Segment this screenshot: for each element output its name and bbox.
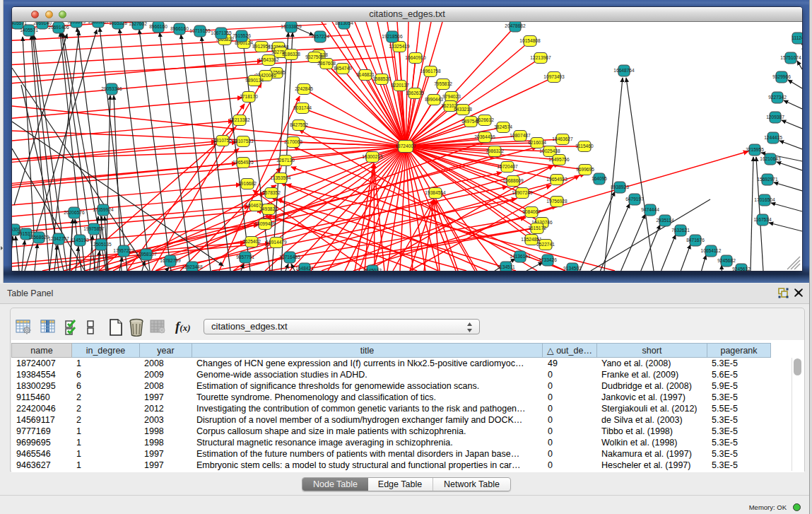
svg-text:9245612: 9245612	[732, 267, 751, 271]
svg-text:10653287: 10653287	[88, 22, 109, 24]
svg-text:10154808: 10154808	[519, 38, 541, 43]
svg-text:18463627: 18463627	[552, 136, 573, 141]
svg-text:9794023: 9794023	[442, 94, 461, 99]
svg-text:20364436: 20364436	[474, 134, 495, 139]
svg-text:9245012: 9245012	[363, 268, 382, 271]
svg-text:164095: 164095	[592, 176, 607, 181]
svg-text:2522741: 2522741	[536, 242, 555, 247]
svg-text:10973493: 10973493	[543, 74, 565, 79]
svg-text:19218506: 19218506	[382, 34, 403, 39]
svg-text:1065328: 1065328	[109, 22, 127, 25]
svg-text:13325419: 13325419	[389, 44, 410, 49]
svg-text:8813054: 8813054	[335, 22, 353, 25]
svg-text:8031744: 8031744	[293, 105, 312, 110]
svg-text:8966160: 8966160	[149, 24, 167, 29]
svg-text:19654925: 19654925	[233, 160, 254, 165]
svg-text:9084067: 9084067	[522, 209, 541, 214]
svg-text:3215955: 3215955	[746, 147, 764, 152]
svg-text:12923448: 12923448	[182, 264, 203, 269]
svg-text:20478682: 20478682	[505, 23, 526, 28]
svg-text:8220137: 8220137	[391, 83, 409, 88]
svg-text:9245682: 9245682	[717, 258, 736, 263]
svg-text:7986322: 7986322	[486, 148, 504, 153]
svg-text:10688609: 10688609	[502, 178, 524, 183]
svg-text:1916682: 1916682	[238, 181, 257, 186]
svg-text:9474444: 9474444	[641, 207, 659, 212]
svg-text:9134511: 9134511	[497, 264, 515, 269]
svg-text:2935114: 2935114	[656, 218, 674, 223]
svg-text:7955812: 7955812	[434, 81, 452, 86]
svg-text:12213382: 12213382	[229, 117, 250, 122]
svg-text:1167534: 1167534	[753, 217, 772, 222]
svg-text:3493822: 3493822	[259, 206, 278, 211]
svg-text:1362635: 1362635	[406, 90, 424, 95]
svg-text:10958107: 10958107	[136, 252, 157, 257]
svg-text:16033809: 16033809	[281, 24, 302, 29]
svg-text:8427552: 8427552	[290, 122, 308, 127]
svg-text:1810755: 1810755	[213, 138, 232, 143]
svg-text:8938923: 8938923	[611, 185, 629, 189]
svg-text:16648764: 16648764	[613, 68, 635, 73]
svg-text:2242845: 2242845	[295, 86, 313, 91]
svg-text:9227342: 9227342	[768, 95, 787, 100]
svg-text:1615172: 1615172	[528, 226, 546, 230]
svg-text:1648421: 1648421	[295, 266, 314, 271]
svg-text:17016504: 17016504	[754, 197, 775, 202]
svg-text:1145193: 1145193	[71, 238, 89, 243]
svg-text:2170063: 2170063	[284, 139, 302, 144]
svg-text:1209387: 1209387	[766, 115, 784, 119]
svg-text:15751074: 15751074	[780, 55, 801, 60]
svg-text:9857791: 9857791	[236, 255, 254, 259]
svg-text:19756928: 19756928	[546, 199, 567, 204]
svg-text:2867608: 2867608	[317, 61, 336, 66]
svg-text:11353594: 11353594	[271, 175, 291, 180]
svg-text:7515526: 7515526	[233, 33, 251, 38]
svg-text:2718170: 2718170	[240, 94, 258, 99]
svg-text:1405571: 1405571	[20, 28, 38, 33]
svg-text:16914479: 16914479	[266, 240, 287, 245]
svg-text:16961758: 16961758	[420, 69, 441, 74]
svg-text:8966160: 8966160	[170, 26, 189, 31]
svg-text:15300215: 15300215	[362, 154, 383, 159]
svg-text:19384554: 19384554	[425, 190, 446, 195]
svg-text:13524851: 13524851	[521, 237, 542, 242]
svg-text:11568629: 11568629	[29, 235, 49, 240]
svg-text:20206576: 20206576	[64, 210, 85, 215]
svg-text:19654923: 19654923	[546, 177, 567, 182]
svg-text:3824574: 3824574	[494, 124, 512, 129]
svg-text:7632621: 7632621	[671, 228, 690, 233]
svg-text:13716485: 13716485	[279, 255, 300, 259]
svg-text:9134502: 9134502	[563, 266, 582, 271]
svg-text:1527602: 1527602	[129, 22, 147, 26]
svg-text:6433218: 6433218	[454, 107, 472, 112]
svg-text:20691406: 20691406	[48, 25, 69, 30]
svg-text:10807487: 10807487	[510, 133, 531, 138]
svg-text:12213967: 12213967	[530, 55, 551, 60]
svg-text:8454749: 8454749	[334, 66, 352, 71]
svg-text:18107533: 18107533	[233, 139, 254, 144]
svg-text:8990443: 8990443	[425, 97, 443, 102]
svg-text:3267130: 3267130	[276, 158, 295, 163]
svg-text:17359924: 17359924	[93, 207, 114, 212]
svg-text:10671355: 10671355	[211, 30, 232, 35]
svg-text:14136141: 14136141	[510, 254, 531, 259]
svg-text:12505135: 12505135	[90, 242, 112, 247]
svg-text:29053346: 29053346	[101, 86, 122, 91]
svg-text:16640910: 16640910	[405, 55, 426, 60]
svg-text:16782759: 16782759	[160, 258, 181, 263]
svg-text:10719155: 10719155	[189, 28, 211, 33]
svg-text:5578352: 5578352	[262, 190, 281, 195]
svg-text:9890134: 9890134	[245, 78, 264, 83]
svg-text:9105573: 9105573	[67, 22, 86, 24]
svg-text:15495756: 15495756	[548, 157, 570, 162]
svg-text:15692971: 15692971	[757, 177, 778, 182]
svg-text:7625402: 7625402	[242, 239, 261, 244]
svg-text:18724007: 18724007	[395, 144, 416, 148]
svg-text:9329966: 9329966	[772, 74, 791, 79]
svg-text:14099489: 14099489	[254, 221, 276, 226]
svg-text:8186328: 8186328	[282, 52, 300, 57]
svg-text:12342757: 12342757	[48, 236, 69, 241]
svg-text:11124: 11124	[792, 35, 802, 40]
svg-text:1733426: 1733426	[539, 257, 557, 262]
svg-text:16210643: 16210643	[760, 156, 781, 161]
